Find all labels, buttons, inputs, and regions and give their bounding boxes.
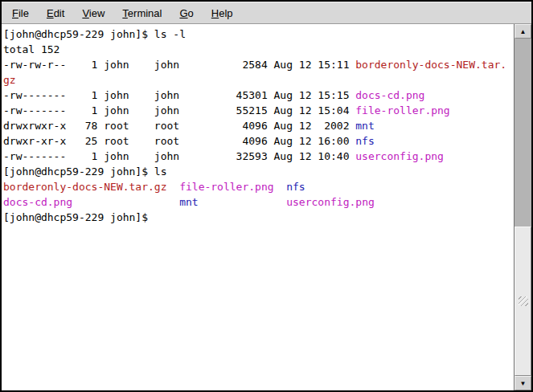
scrollbar-up-button[interactable]: ▲	[515, 24, 531, 39]
terminal-line: -rw------- 1 john john 45301 Aug 12 15:1…	[3, 88, 514, 103]
terminal-line: [john@dhcp59-229 john]$ ls -l	[3, 27, 514, 42]
terminal-window: FileEditViewTerminalGoHelp [john@dhcp59-…	[0, 0, 533, 392]
terminal-line: docs-cd.png mnt userconfig.png	[3, 194, 514, 210]
terminal-line: borderonly-docs-NEW.tar.gz file-roller.p…	[3, 179, 514, 194]
scrollbar: ▲ ▼	[514, 24, 531, 390]
terminal-body: [john@dhcp59-229 john]$ ls -ltotal 152-r…	[2, 24, 531, 390]
terminal-line: total 152	[3, 42, 514, 57]
scrollbar-thumb[interactable]	[515, 227, 531, 376]
menu-item-file[interactable]: File	[6, 3, 35, 23]
terminal-line: [john@dhcp59-229 john]$ ls	[3, 164, 514, 179]
menu-item-help[interactable]: Help	[205, 3, 240, 23]
menu-item-view[interactable]: View	[76, 3, 111, 23]
arrow-up-icon: ▲	[520, 28, 527, 35]
terminal-line: -rw------- 1 john john 32593 Aug 12 10:4…	[3, 149, 514, 164]
arrow-down-icon: ▼	[520, 380, 527, 387]
terminal-line: [john@dhcp59-229 john]$	[3, 210, 514, 225]
terminal-line: drwxr-xr-x 25 root root 4096 Aug 12 16:0…	[3, 133, 514, 149]
terminal-screen[interactable]: [john@dhcp59-229 john]$ ls -ltotal 152-r…	[2, 24, 514, 390]
terminal-line: drwxrwxr-x 78 root root 4096 Aug 12 2002…	[3, 118, 514, 133]
terminal-line: -rw------- 1 john john 55215 Aug 12 15:0…	[3, 103, 514, 118]
menu-item-edit[interactable]: Edit	[40, 3, 71, 23]
menu-item-go[interactable]: Go	[173, 3, 199, 23]
terminal-line: -rw-rw-r-- 1 john john 2584 Aug 12 15:11…	[3, 57, 514, 72]
menu-item-terminal[interactable]: Terminal	[116, 3, 168, 23]
scrollbar-trough[interactable]	[515, 39, 531, 376]
terminal-line: gz	[3, 72, 514, 88]
scrollbar-down-button[interactable]: ▼	[515, 376, 531, 390]
menu-bar: FileEditViewTerminalGoHelp	[2, 2, 531, 24]
scrollbar-grip-icon	[519, 296, 528, 306]
